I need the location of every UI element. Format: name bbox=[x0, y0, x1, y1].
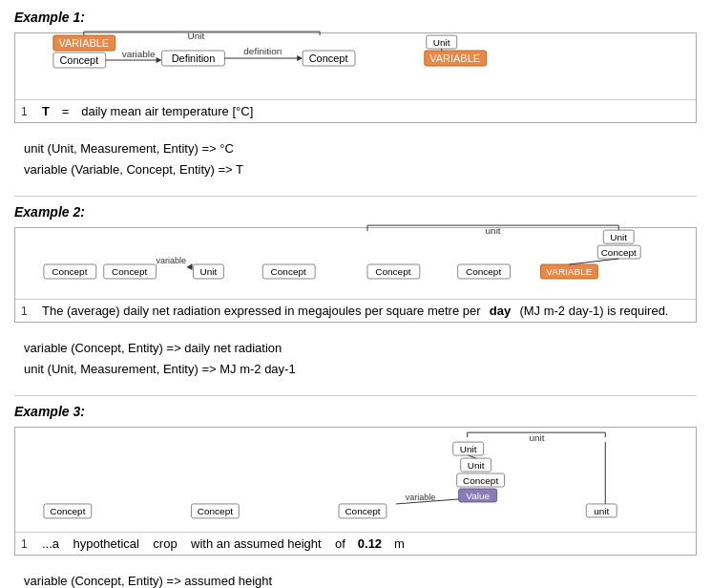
svg-text:Definition: Definition bbox=[172, 52, 216, 64]
svg-text:Concept: Concept bbox=[271, 266, 306, 277]
example-box-2: Unit Concept unit Concept Concept variab… bbox=[14, 227, 697, 323]
annotation-line: variable (Concept, Entity) => daily net … bbox=[24, 338, 687, 359]
sentence-text: T = daily mean air temperature [°C] bbox=[42, 104, 253, 118]
sentence-text: The (average) daily net radiation expres… bbox=[42, 304, 668, 318]
svg-text:unit: unit bbox=[486, 225, 501, 236]
word: daily mean air temperature [°C] bbox=[81, 104, 253, 118]
annotations-1: unit (Unit, Measurement, Entity) => °C v… bbox=[14, 133, 697, 188]
word: T bbox=[42, 104, 50, 118]
annotations-3: variable (Concept, Entity) => assumed he… bbox=[14, 565, 697, 588]
svg-text:Concept: Concept bbox=[112, 266, 147, 277]
svg-marker-36 bbox=[186, 263, 192, 270]
svg-text:Concept: Concept bbox=[466, 266, 501, 277]
annotations-2: variable (Concept, Entity) => daily net … bbox=[14, 332, 697, 388]
sentence-row-1: 1 T = daily mean air temperature [°C] bbox=[15, 100, 696, 122]
svg-line-47 bbox=[569, 259, 618, 264]
svg-text:unit: unit bbox=[529, 432, 544, 443]
svg-text:unit: unit bbox=[594, 506, 609, 516]
svg-text:Concept: Concept bbox=[52, 266, 87, 277]
svg-text:Concept: Concept bbox=[309, 52, 348, 64]
svg-text:variable: variable bbox=[157, 256, 186, 265]
svg-text:VARIABLE: VARIABLE bbox=[546, 266, 592, 277]
row-number: 1 bbox=[21, 304, 34, 318]
section-divider-2 bbox=[14, 395, 697, 396]
svg-text:variable: variable bbox=[122, 49, 156, 59]
annotation-line: variable (Variable, Concept, Entity) => … bbox=[24, 159, 687, 180]
diagram-area-1: VARIABLE Concept variable Definition Uni… bbox=[15, 33, 696, 100]
svg-text:Concept: Concept bbox=[198, 506, 233, 516]
svg-text:VARIABLE: VARIABLE bbox=[58, 37, 109, 49]
svg-text:Unit: Unit bbox=[460, 444, 477, 454]
diagram-area-2: Unit Concept unit Concept Concept variab… bbox=[15, 228, 696, 300]
row-number: 1 bbox=[21, 105, 34, 118]
svg-text:definition: definition bbox=[243, 46, 282, 56]
svg-text:Unit: Unit bbox=[468, 460, 485, 471]
sentence-row-3: 1 ...a hypothetical crop with an assumed… bbox=[15, 533, 696, 555]
svg-marker-6 bbox=[157, 57, 162, 63]
section-title-3: Example 3: bbox=[14, 404, 697, 419]
word: = bbox=[52, 104, 79, 118]
diagram-area-3: unit Unit Unit Concept Value variable un… bbox=[15, 428, 696, 533]
svg-text:Unit: Unit bbox=[188, 31, 205, 41]
section-divider bbox=[14, 196, 697, 197]
svg-text:Unit: Unit bbox=[610, 232, 627, 242]
svg-text:Unit: Unit bbox=[433, 37, 450, 48]
svg-text:Value: Value bbox=[466, 491, 490, 501]
example-box-1: VARIABLE Concept variable Definition Uni… bbox=[14, 32, 697, 123]
svg-text:Concept: Concept bbox=[601, 247, 637, 258]
annotation-line: unit (Unit, Measurement, Entity) => °C bbox=[24, 138, 687, 159]
svg-text:Concept: Concept bbox=[50, 506, 85, 516]
annotation-line: unit (Unit, Measurement, Entity) => MJ m… bbox=[24, 359, 687, 380]
svg-text:Concept: Concept bbox=[375, 266, 410, 277]
sentence-text: ...a hypothetical crop with an assumed h… bbox=[42, 536, 405, 551]
svg-text:VARIABLE: VARIABLE bbox=[429, 52, 480, 64]
row-number: 1 bbox=[21, 537, 34, 551]
example-box-3: unit Unit Unit Concept Value variable un… bbox=[14, 427, 697, 556]
svg-text:variable: variable bbox=[406, 493, 435, 502]
svg-marker-15 bbox=[297, 55, 303, 61]
svg-text:Unit: Unit bbox=[200, 266, 218, 277]
section-title-2: Example 2: bbox=[14, 204, 697, 220]
sentence-row-2: 1 The (average) daily net radiation expr… bbox=[15, 300, 696, 322]
svg-text:Concept: Concept bbox=[59, 54, 98, 66]
svg-text:Concept: Concept bbox=[463, 475, 498, 486]
section-title-1: Example 1: bbox=[14, 10, 697, 25]
annotation-line: variable (Concept, Entity) => assumed he… bbox=[24, 571, 687, 588]
svg-text:Concept: Concept bbox=[345, 506, 380, 516]
